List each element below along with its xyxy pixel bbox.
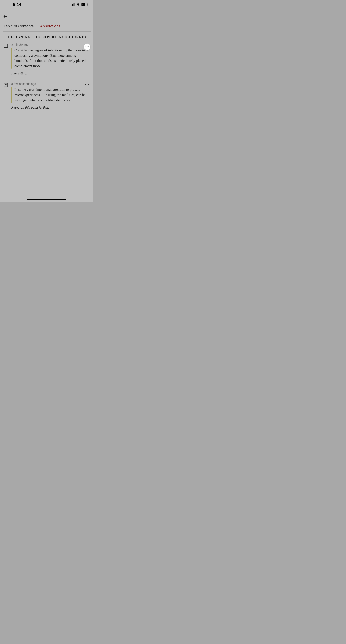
wifi-icon [76,3,80,6]
annotation-more-button[interactable] [84,83,90,86]
annotations-list: a minute ago Consider the degree of inte… [0,40,93,113]
annotation-item[interactable]: a few seconds ago In some cases, intenti… [0,79,93,113]
section-title: 6. Designing the Experience Journey [0,32,93,40]
arrow-left-icon [3,14,8,19]
annotation-item[interactable]: a minute ago Consider the degree of inte… [0,40,93,79]
home-indicator[interactable] [27,199,66,200]
ellipsis-icon [85,46,89,47]
tab-annotations[interactable]: Annotations [40,24,60,28]
status-bar: 5:14 64 [0,0,93,9]
tabs: Table of Contents Annotations [2,20,91,32]
status-indicators: 64 [71,3,88,6]
note-icon [3,44,8,48]
annotation-time: a few seconds ago [11,82,90,86]
ellipsis-icon [85,84,89,85]
annotation-quote: Consider the degree of intentionality th… [11,48,90,68]
battery-level: 64 [82,4,85,6]
annotation-actions-fab[interactable] [84,44,90,50]
annotation-note: Interesting. [11,71,90,75]
annotation-quote: In some cases, intentional attention to … [11,87,90,103]
annotation-time: a minute ago [11,43,90,46]
battery-indicator: 64 [81,3,88,6]
tab-table-of-contents[interactable]: Table of Contents [3,24,33,28]
back-button[interactable] [2,13,8,20]
annotation-note: Research this point further. [11,106,90,110]
note-icon [3,83,8,87]
status-time: 5:14 [13,2,21,7]
cellular-signal-icon [71,3,75,6]
